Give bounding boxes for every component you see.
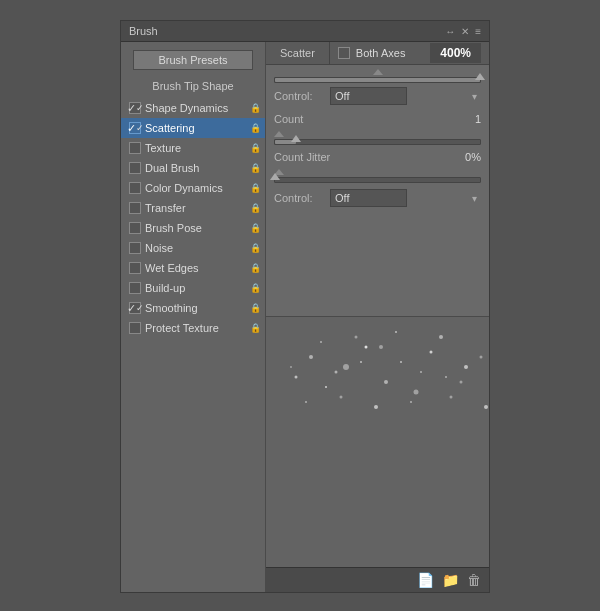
brush-presets-button[interactable]: Brush Presets (133, 50, 253, 70)
sidebar-item-smoothing[interactable]: ✓ Smoothing 🔒 (121, 298, 265, 318)
svg-point-30 (460, 380, 463, 383)
control1-label: Control: (274, 90, 324, 102)
sidebar-item-noise[interactable]: Noise 🔒 (121, 238, 265, 258)
lock-icon-dual-brush: 🔒 (250, 163, 261, 173)
svg-point-15 (305, 401, 307, 403)
svg-point-23 (395, 331, 397, 333)
svg-point-9 (445, 376, 447, 378)
svg-point-27 (360, 361, 362, 363)
count-jitter-label: Count Jitter (274, 151, 451, 163)
smoothing-checkbox[interactable]: ✓ (129, 302, 141, 314)
scatter-slider-area (266, 65, 489, 83)
both-axes-checkbox[interactable] (338, 47, 350, 59)
content-area: Scatter Both Axes 400% (266, 42, 489, 592)
panel-title: Brush (129, 25, 158, 37)
panel-footer: 📄 📁 🗑 (266, 567, 489, 592)
sidebar-item-label-brush-pose: Brush Pose (145, 222, 250, 234)
sidebar: Brush Presets Brush Tip Shape ✓ Shape Dy… (121, 42, 266, 592)
sidebar-item-label-wet-edges: Wet Edges (145, 262, 250, 274)
shape-dynamics-checkbox[interactable]: ✓ (129, 102, 141, 114)
lock-icon-texture: 🔒 (250, 143, 261, 153)
scatter-slider-thumb[interactable] (475, 73, 485, 80)
count-slider-track[interactable] (274, 139, 481, 145)
svg-point-10 (464, 365, 468, 369)
titlebar-icons: ↔ ✕ ≡ (445, 26, 481, 37)
lock-icon-transfer: 🔒 (250, 203, 261, 213)
scatter-slider-track[interactable] (274, 77, 481, 83)
sidebar-item-texture[interactable]: Texture 🔒 (121, 138, 265, 158)
create-new-icon[interactable]: 📄 (417, 572, 434, 588)
brush-tip-shape-title: Brush Tip Shape (121, 78, 265, 94)
scatter-value[interactable]: 400% (430, 43, 481, 63)
control1-select-wrapper[interactable]: Off Fade Pen Pressure Pen Tilt (330, 87, 481, 105)
brush-panel: Brush ↔ ✕ ≡ Brush Presets Brush Tip Shap… (120, 20, 490, 593)
svg-point-3 (343, 364, 349, 370)
dual-brush-checkbox[interactable] (129, 162, 141, 174)
svg-point-0 (295, 375, 298, 378)
sidebar-item-transfer[interactable]: Transfer 🔒 (121, 198, 265, 218)
protect-texture-checkbox[interactable] (129, 322, 141, 334)
menu-icon[interactable]: ≡ (475, 26, 481, 37)
color-dynamics-checkbox[interactable] (129, 182, 141, 194)
wet-edges-checkbox[interactable] (129, 262, 141, 274)
count-jitter-slider-thumb[interactable] (270, 173, 280, 180)
count-slider-thumb[interactable] (291, 135, 301, 142)
sidebar-item-label-smoothing: Smoothing (145, 302, 250, 314)
count-arrow-up (274, 131, 284, 137)
collapse-icon[interactable]: ↔ (445, 26, 455, 37)
count-row: Count 1 (266, 109, 489, 129)
count-jitter-value: 0% (451, 151, 481, 163)
svg-point-6 (400, 361, 402, 363)
lock-icon-shape-dynamics: 🔒 (250, 103, 261, 113)
scattering-checkbox[interactable]: ✓ (129, 122, 141, 134)
svg-point-4 (365, 345, 368, 348)
transfer-checkbox[interactable] (129, 202, 141, 214)
scatter-tabs: Scatter Both Axes 400% (266, 42, 489, 65)
build-up-checkbox[interactable] (129, 282, 141, 294)
sidebar-item-scattering[interactable]: ✓ Scattering 🔒 (121, 118, 265, 138)
sidebar-item-label-texture: Texture (145, 142, 250, 154)
count-jitter-slider-area (266, 169, 489, 185)
svg-point-2 (325, 386, 327, 388)
delete-icon[interactable]: 🗑 (467, 572, 481, 588)
svg-point-5 (384, 380, 388, 384)
svg-point-20 (484, 405, 488, 409)
control2-select-wrapper[interactable]: Off Fade Pen Pressure (330, 189, 481, 207)
svg-point-21 (320, 341, 322, 343)
sidebar-item-label-noise: Noise (145, 242, 250, 254)
sidebar-item-shape-dynamics[interactable]: ✓ Shape Dynamics 🔒 (121, 98, 265, 118)
count-slider-area (266, 131, 489, 147)
scatter-tab[interactable]: Scatter (266, 42, 330, 64)
lock-icon-build-up: 🔒 (250, 283, 261, 293)
count-label: Count (274, 113, 451, 125)
count-jitter-row: Count Jitter 0% (266, 147, 489, 167)
control2-select[interactable]: Off Fade Pen Pressure (330, 189, 407, 207)
noise-checkbox[interactable] (129, 242, 141, 254)
lock-icon-scattering: 🔒 (250, 123, 261, 133)
svg-point-22 (355, 335, 358, 338)
sidebar-item-wet-edges[interactable]: Wet Edges 🔒 (121, 258, 265, 278)
sidebar-item-label-transfer: Transfer (145, 202, 250, 214)
close-icon[interactable]: ✕ (461, 26, 469, 37)
control1-row: Control: Off Fade Pen Pressure Pen Tilt (266, 83, 489, 109)
texture-checkbox[interactable] (129, 142, 141, 154)
brush-pose-checkbox[interactable] (129, 222, 141, 234)
sidebar-item-build-up[interactable]: Build-up 🔒 (121, 278, 265, 298)
count-value: 1 (451, 113, 481, 125)
both-axes-label: Both Axes (356, 47, 406, 59)
scatter-arrow-up (373, 69, 383, 75)
svg-point-16 (340, 395, 343, 398)
control1-select[interactable]: Off Fade Pen Pressure Pen Tilt (330, 87, 407, 105)
lock-icon-protect-texture: 🔒 (250, 323, 261, 333)
count-jitter-slider-track[interactable] (274, 177, 481, 183)
sidebar-item-color-dynamics[interactable]: Color Dynamics 🔒 (121, 178, 265, 198)
sidebar-item-protect-texture[interactable]: Protect Texture 🔒 (121, 318, 265, 338)
sidebar-item-brush-pose[interactable]: Brush Pose 🔒 (121, 218, 265, 238)
sidebar-item-dual-brush[interactable]: Dual Brush 🔒 (121, 158, 265, 178)
panel-titlebar: Brush ↔ ✕ ≡ (121, 21, 489, 42)
svg-point-8 (430, 350, 433, 353)
sidebar-item-label-build-up: Build-up (145, 282, 250, 294)
svg-point-7 (414, 389, 419, 394)
panel-body: Brush Presets Brush Tip Shape ✓ Shape Dy… (121, 42, 489, 592)
folder-icon[interactable]: 📁 (442, 572, 459, 588)
